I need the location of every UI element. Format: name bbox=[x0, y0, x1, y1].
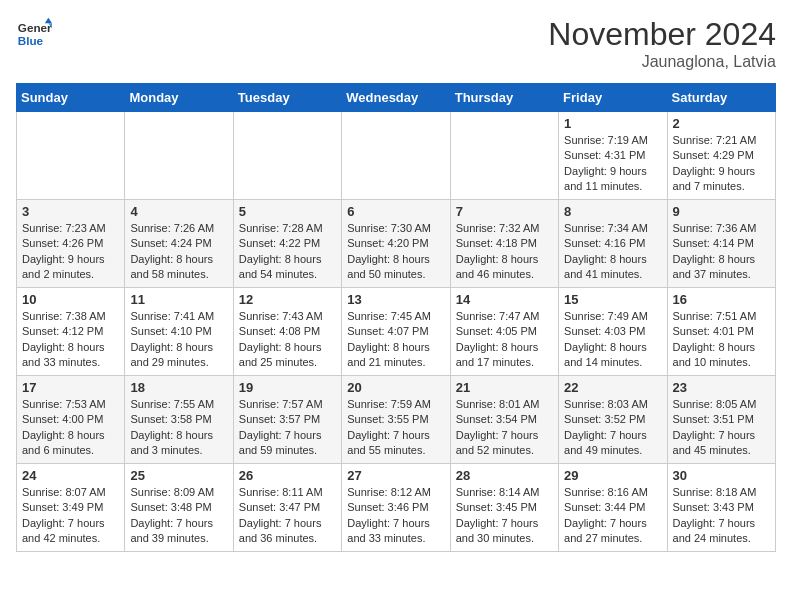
day-info: Sunrise: 7:45 AM Sunset: 4:07 PM Dayligh… bbox=[347, 309, 444, 371]
day-header-saturday: Saturday bbox=[667, 84, 775, 112]
location: Jaunaglona, Latvia bbox=[548, 53, 776, 71]
day-info: Sunrise: 7:21 AM Sunset: 4:29 PM Dayligh… bbox=[673, 133, 770, 195]
day-number: 3 bbox=[22, 204, 119, 219]
day-info: Sunrise: 8:16 AM Sunset: 3:44 PM Dayligh… bbox=[564, 485, 661, 547]
day-info: Sunrise: 7:30 AM Sunset: 4:20 PM Dayligh… bbox=[347, 221, 444, 283]
day-cell: 1Sunrise: 7:19 AM Sunset: 4:31 PM Daylig… bbox=[559, 112, 667, 200]
day-cell bbox=[450, 112, 558, 200]
day-cell bbox=[125, 112, 233, 200]
day-number: 13 bbox=[347, 292, 444, 307]
day-info: Sunrise: 8:05 AM Sunset: 3:51 PM Dayligh… bbox=[673, 397, 770, 459]
day-number: 2 bbox=[673, 116, 770, 131]
day-header-tuesday: Tuesday bbox=[233, 84, 341, 112]
day-cell bbox=[233, 112, 341, 200]
day-info: Sunrise: 8:09 AM Sunset: 3:48 PM Dayligh… bbox=[130, 485, 227, 547]
day-header-friday: Friday bbox=[559, 84, 667, 112]
day-cell: 6Sunrise: 7:30 AM Sunset: 4:20 PM Daylig… bbox=[342, 200, 450, 288]
day-cell: 25Sunrise: 8:09 AM Sunset: 3:48 PM Dayli… bbox=[125, 464, 233, 552]
day-cell: 28Sunrise: 8:14 AM Sunset: 3:45 PM Dayli… bbox=[450, 464, 558, 552]
day-info: Sunrise: 7:49 AM Sunset: 4:03 PM Dayligh… bbox=[564, 309, 661, 371]
day-cell: 11Sunrise: 7:41 AM Sunset: 4:10 PM Dayli… bbox=[125, 288, 233, 376]
day-cell: 17Sunrise: 7:53 AM Sunset: 4:00 PM Dayli… bbox=[17, 376, 125, 464]
day-info: Sunrise: 7:28 AM Sunset: 4:22 PM Dayligh… bbox=[239, 221, 336, 283]
day-cell: 2Sunrise: 7:21 AM Sunset: 4:29 PM Daylig… bbox=[667, 112, 775, 200]
day-info: Sunrise: 8:18 AM Sunset: 3:43 PM Dayligh… bbox=[673, 485, 770, 547]
day-number: 4 bbox=[130, 204, 227, 219]
day-number: 30 bbox=[673, 468, 770, 483]
day-info: Sunrise: 7:19 AM Sunset: 4:31 PM Dayligh… bbox=[564, 133, 661, 195]
day-cell: 5Sunrise: 7:28 AM Sunset: 4:22 PM Daylig… bbox=[233, 200, 341, 288]
day-number: 19 bbox=[239, 380, 336, 395]
day-header-monday: Monday bbox=[125, 84, 233, 112]
week-row-5: 24Sunrise: 8:07 AM Sunset: 3:49 PM Dayli… bbox=[17, 464, 776, 552]
day-cell: 4Sunrise: 7:26 AM Sunset: 4:24 PM Daylig… bbox=[125, 200, 233, 288]
day-number: 1 bbox=[564, 116, 661, 131]
day-number: 17 bbox=[22, 380, 119, 395]
day-cell: 9Sunrise: 7:36 AM Sunset: 4:14 PM Daylig… bbox=[667, 200, 775, 288]
day-number: 27 bbox=[347, 468, 444, 483]
logo: General Blue bbox=[16, 16, 52, 52]
day-number: 18 bbox=[130, 380, 227, 395]
day-number: 21 bbox=[456, 380, 553, 395]
day-number: 16 bbox=[673, 292, 770, 307]
day-cell: 20Sunrise: 7:59 AM Sunset: 3:55 PM Dayli… bbox=[342, 376, 450, 464]
day-number: 22 bbox=[564, 380, 661, 395]
day-number: 24 bbox=[22, 468, 119, 483]
day-info: Sunrise: 7:51 AM Sunset: 4:01 PM Dayligh… bbox=[673, 309, 770, 371]
week-row-1: 1Sunrise: 7:19 AM Sunset: 4:31 PM Daylig… bbox=[17, 112, 776, 200]
day-cell: 27Sunrise: 8:12 AM Sunset: 3:46 PM Dayli… bbox=[342, 464, 450, 552]
day-number: 7 bbox=[456, 204, 553, 219]
day-cell: 12Sunrise: 7:43 AM Sunset: 4:08 PM Dayli… bbox=[233, 288, 341, 376]
day-info: Sunrise: 7:53 AM Sunset: 4:00 PM Dayligh… bbox=[22, 397, 119, 459]
week-row-4: 17Sunrise: 7:53 AM Sunset: 4:00 PM Dayli… bbox=[17, 376, 776, 464]
day-info: Sunrise: 8:11 AM Sunset: 3:47 PM Dayligh… bbox=[239, 485, 336, 547]
logo-icon: General Blue bbox=[16, 16, 52, 52]
calendar-table: SundayMondayTuesdayWednesdayThursdayFrid… bbox=[16, 83, 776, 552]
day-info: Sunrise: 8:07 AM Sunset: 3:49 PM Dayligh… bbox=[22, 485, 119, 547]
day-info: Sunrise: 7:57 AM Sunset: 3:57 PM Dayligh… bbox=[239, 397, 336, 459]
day-number: 12 bbox=[239, 292, 336, 307]
day-cell: 21Sunrise: 8:01 AM Sunset: 3:54 PM Dayli… bbox=[450, 376, 558, 464]
day-info: Sunrise: 7:47 AM Sunset: 4:05 PM Dayligh… bbox=[456, 309, 553, 371]
month-title: November 2024 bbox=[548, 16, 776, 53]
day-number: 25 bbox=[130, 468, 227, 483]
day-info: Sunrise: 7:32 AM Sunset: 4:18 PM Dayligh… bbox=[456, 221, 553, 283]
day-number: 6 bbox=[347, 204, 444, 219]
day-info: Sunrise: 8:01 AM Sunset: 3:54 PM Dayligh… bbox=[456, 397, 553, 459]
day-cell: 15Sunrise: 7:49 AM Sunset: 4:03 PM Dayli… bbox=[559, 288, 667, 376]
day-cell bbox=[17, 112, 125, 200]
day-cell: 8Sunrise: 7:34 AM Sunset: 4:16 PM Daylig… bbox=[559, 200, 667, 288]
page-header: General Blue November 2024 Jaunaglona, L… bbox=[16, 16, 776, 71]
day-info: Sunrise: 7:34 AM Sunset: 4:16 PM Dayligh… bbox=[564, 221, 661, 283]
day-number: 29 bbox=[564, 468, 661, 483]
day-header-wednesday: Wednesday bbox=[342, 84, 450, 112]
day-cell: 19Sunrise: 7:57 AM Sunset: 3:57 PM Dayli… bbox=[233, 376, 341, 464]
day-number: 15 bbox=[564, 292, 661, 307]
day-info: Sunrise: 8:12 AM Sunset: 3:46 PM Dayligh… bbox=[347, 485, 444, 547]
day-cell: 16Sunrise: 7:51 AM Sunset: 4:01 PM Dayli… bbox=[667, 288, 775, 376]
day-cell: 23Sunrise: 8:05 AM Sunset: 3:51 PM Dayli… bbox=[667, 376, 775, 464]
day-cell: 14Sunrise: 7:47 AM Sunset: 4:05 PM Dayli… bbox=[450, 288, 558, 376]
day-info: Sunrise: 8:14 AM Sunset: 3:45 PM Dayligh… bbox=[456, 485, 553, 547]
day-info: Sunrise: 7:26 AM Sunset: 4:24 PM Dayligh… bbox=[130, 221, 227, 283]
day-cell: 7Sunrise: 7:32 AM Sunset: 4:18 PM Daylig… bbox=[450, 200, 558, 288]
day-number: 26 bbox=[239, 468, 336, 483]
day-cell: 30Sunrise: 8:18 AM Sunset: 3:43 PM Dayli… bbox=[667, 464, 775, 552]
day-info: Sunrise: 7:41 AM Sunset: 4:10 PM Dayligh… bbox=[130, 309, 227, 371]
day-cell: 3Sunrise: 7:23 AM Sunset: 4:26 PM Daylig… bbox=[17, 200, 125, 288]
week-row-3: 10Sunrise: 7:38 AM Sunset: 4:12 PM Dayli… bbox=[17, 288, 776, 376]
day-cell: 18Sunrise: 7:55 AM Sunset: 3:58 PM Dayli… bbox=[125, 376, 233, 464]
day-number: 14 bbox=[456, 292, 553, 307]
day-cell: 13Sunrise: 7:45 AM Sunset: 4:07 PM Dayli… bbox=[342, 288, 450, 376]
day-number: 5 bbox=[239, 204, 336, 219]
day-info: Sunrise: 7:36 AM Sunset: 4:14 PM Dayligh… bbox=[673, 221, 770, 283]
title-block: November 2024 Jaunaglona, Latvia bbox=[548, 16, 776, 71]
day-number: 9 bbox=[673, 204, 770, 219]
day-number: 28 bbox=[456, 468, 553, 483]
day-cell: 26Sunrise: 8:11 AM Sunset: 3:47 PM Dayli… bbox=[233, 464, 341, 552]
day-cell bbox=[342, 112, 450, 200]
day-header-thursday: Thursday bbox=[450, 84, 558, 112]
day-cell: 22Sunrise: 8:03 AM Sunset: 3:52 PM Dayli… bbox=[559, 376, 667, 464]
svg-text:Blue: Blue bbox=[18, 34, 44, 47]
day-cell: 24Sunrise: 8:07 AM Sunset: 3:49 PM Dayli… bbox=[17, 464, 125, 552]
